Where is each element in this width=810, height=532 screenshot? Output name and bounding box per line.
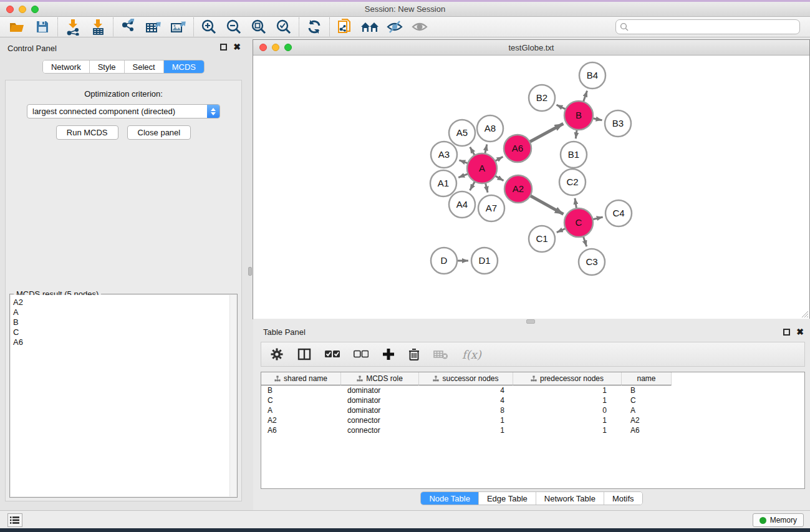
task-history-button[interactable] <box>7 513 22 527</box>
table-cell[interactable]: A6 <box>622 425 672 435</box>
close-panel-icon[interactable]: ✖ <box>796 329 804 336</box>
zoom-selected-button[interactable] <box>271 17 296 36</box>
tab-style[interactable]: Style <box>90 60 125 73</box>
window-resize-grip[interactable] <box>800 309 809 318</box>
hide-selected-button[interactable] <box>382 17 407 36</box>
graph-node-C1[interactable]: C1 <box>529 226 555 252</box>
graph-node-C2[interactable]: C2 <box>559 169 586 195</box>
graph-node-D1[interactable]: D1 <box>471 248 498 274</box>
close-panel-button[interactable]: Close panel <box>127 125 191 140</box>
graph-node-A5[interactable]: A5 <box>449 120 475 146</box>
table-cell[interactable]: 1 <box>419 415 513 425</box>
node-table[interactable]: shared nameMCDS rolesuccessor nodesprede… <box>261 372 805 489</box>
table-cell[interactable]: A6 <box>261 425 341 435</box>
table-cell[interactable]: dominator <box>341 385 419 395</box>
table-cell[interactable]: C <box>261 395 341 405</box>
graph-node-A[interactable]: A <box>467 153 497 183</box>
network-graph[interactable]: B4B2BB3A5A8A6B1A3AC2A1A2A4A7C4CC1C3DD1 <box>254 56 809 319</box>
table-row[interactable]: Adominator80A <box>261 405 804 415</box>
table-cell[interactable]: dominator <box>341 405 419 415</box>
table-cell[interactable]: A2 <box>622 415 672 425</box>
divider-grip[interactable] <box>248 267 252 276</box>
table-cell[interactable]: 0 <box>513 405 622 415</box>
new-network-from-selection-button[interactable] <box>332 17 357 36</box>
table-cell[interactable]: B <box>622 385 672 395</box>
table-row[interactable]: A2connector11A2 <box>261 415 804 425</box>
deselect-all-button[interactable] <box>354 350 369 359</box>
first-neighbors-button[interactable] <box>357 17 382 36</box>
tab-select[interactable]: Select <box>125 60 164 73</box>
result-list-scrollbar[interactable] <box>229 295 236 496</box>
table-row[interactable]: A6connector11A6 <box>261 425 804 435</box>
column-header-name[interactable]: name <box>622 372 672 385</box>
network-window-titlebar[interactable]: testGlobe.txt <box>253 40 809 56</box>
graph-node-A7[interactable]: A7 <box>478 195 504 221</box>
graph-node-A2[interactable]: A2 <box>504 175 532 203</box>
table-cell[interactable]: 1 <box>513 385 622 395</box>
tab-edge-table[interactable]: Edge Table <box>479 492 536 505</box>
zoom-out-button[interactable] <box>221 17 246 36</box>
graph-node-C4[interactable]: C4 <box>605 200 632 226</box>
search-input[interactable] <box>615 19 800 34</box>
horizontal-split-divider[interactable] <box>253 319 810 324</box>
table-cell[interactable]: dominator <box>341 395 419 405</box>
graph-node-A1[interactable]: A1 <box>430 170 456 196</box>
tab-motifs[interactable]: Motifs <box>604 492 642 505</box>
tab-network-table[interactable]: Network Table <box>536 492 604 505</box>
graph-node-B3[interactable]: B3 <box>605 110 631 137</box>
graph-node-A6[interactable]: A6 <box>504 135 531 162</box>
export-network-button[interactable] <box>116 17 141 36</box>
table-cell[interactable]: connector <box>341 425 419 435</box>
table-cell[interactable]: B <box>261 385 341 395</box>
graph-node-C3[interactable]: C3 <box>579 249 605 275</box>
table-cell[interactable]: A <box>261 405 341 415</box>
column-header-predecessor-nodes[interactable]: predecessor nodes <box>513 372 622 385</box>
close-panel-icon[interactable]: ✖ <box>233 44 241 51</box>
select-all-button[interactable] <box>325 350 340 359</box>
float-panel-icon[interactable] <box>220 44 227 51</box>
divider-grip[interactable] <box>526 319 535 324</box>
zoom-in-button[interactable] <box>196 17 221 36</box>
delete-column-button[interactable] <box>408 348 420 360</box>
criterion-dropdown[interactable]: largest connected component (directed) <box>27 104 220 118</box>
refresh-button[interactable] <box>302 17 327 36</box>
tab-network[interactable]: Network <box>43 60 90 73</box>
column-header-shared-name[interactable]: shared name <box>261 372 341 385</box>
graph-node-A4[interactable]: A4 <box>449 191 475 218</box>
tab-node-table[interactable]: Node Table <box>421 492 479 505</box>
save-session-button[interactable] <box>30 17 55 36</box>
graph-node-B4[interactable]: B4 <box>579 62 605 89</box>
table-row[interactable]: Bdominator41B <box>261 385 804 395</box>
table-cell[interactable]: 1 <box>513 415 622 425</box>
table-cell[interactable]: C <box>622 395 672 405</box>
table-cell[interactable]: 1 <box>513 395 622 405</box>
show-column-button[interactable] <box>297 347 311 361</box>
table-cell[interactable]: 8 <box>419 405 513 415</box>
export-table-button[interactable] <box>141 17 166 36</box>
result-list-item[interactable]: B <box>13 317 236 327</box>
table-cell[interactable]: A <box>622 405 672 415</box>
graph-node-D[interactable]: D <box>431 248 457 274</box>
table-cell[interactable]: 4 <box>419 395 513 405</box>
import-table-button[interactable] <box>85 17 110 36</box>
network-canvas[interactable]: B4B2BB3A5A8A6B1A3AC2A1A2A4A7C4CC1C3DD1 <box>254 56 809 318</box>
result-list-item[interactable]: A <box>13 307 236 317</box>
tab-mcds[interactable]: MCDS <box>164 60 204 73</box>
import-network-button[interactable] <box>60 17 85 36</box>
result-list-item[interactable]: C <box>13 327 236 337</box>
table-settings-button[interactable] <box>270 347 284 361</box>
column-header-successor-nodes[interactable]: successor nodes <box>419 372 513 385</box>
float-panel-icon[interactable] <box>783 329 790 336</box>
table-cell[interactable]: 4 <box>419 385 513 395</box>
open-session-button[interactable] <box>5 17 30 36</box>
table-cell[interactable]: 1 <box>513 425 622 435</box>
column-header-MCDS-role[interactable]: MCDS role <box>341 372 419 385</box>
run-mcds-button[interactable]: Run MCDS <box>56 125 118 140</box>
table-cell[interactable]: A2 <box>261 415 341 425</box>
graph-node-B[interactable]: B <box>564 101 593 130</box>
graph-node-B1[interactable]: B1 <box>561 142 587 168</box>
memory-button[interactable]: Memory <box>753 513 804 527</box>
table-cell[interactable]: 1 <box>419 425 513 435</box>
table-row[interactable]: Cdominator41C <box>261 395 804 405</box>
graph-node-A3[interactable]: A3 <box>431 142 457 168</box>
